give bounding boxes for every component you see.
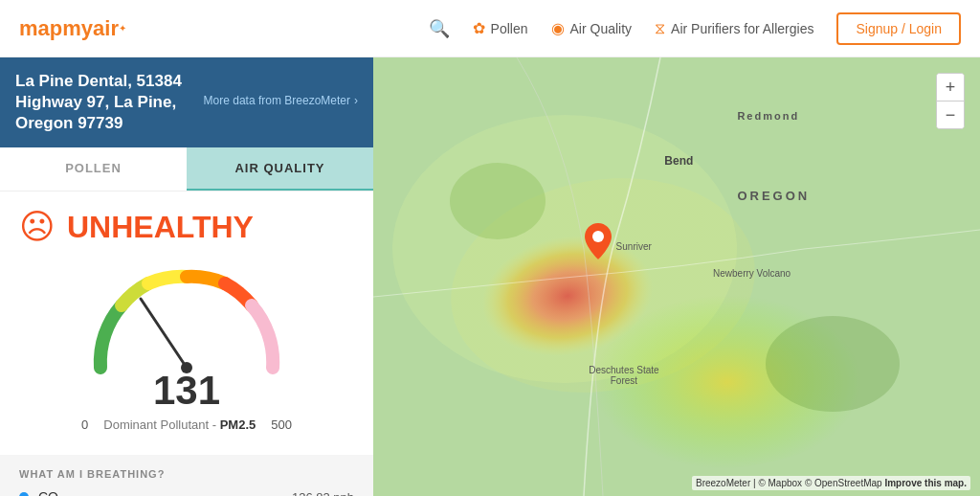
gauge-chart: [81, 262, 292, 377]
co-dot-icon: [19, 492, 29, 496]
zoom-in-button[interactable]: +: [937, 74, 964, 101]
breathing-section: WHAT AM I BREATHING? CO 136.83 ppb: [0, 455, 373, 496]
map-background: [373, 57, 980, 496]
aqi-status: ☹ UNHEALTHY: [19, 207, 354, 247]
breathing-item-value: 136.83 ppb: [292, 490, 354, 496]
nav-pollen-label: Pollen: [491, 21, 528, 36]
aqi-range: 0 Dominant Pollutant - PM2.5 500: [81, 417, 292, 432]
location-bar: La Pine Dental, 51384 Highway 97, La Pin…: [0, 57, 373, 147]
svg-line-0: [141, 299, 187, 368]
attribution-text: BreezoMeter | © Mapbox © OpenStreetMap: [696, 478, 882, 488]
zoom-out-button[interactable]: −: [937, 101, 964, 128]
aqi-max: 500: [271, 417, 292, 432]
gauge-container: 131 0 Dominant Pollutant - PM2.5 500: [19, 262, 354, 432]
main-nav: 🔍 ✿ Pollen ◉ Air Quality ⧖ Air Purifiers…: [429, 12, 961, 45]
dominant-pollutant-label: Dominant Pollutant - PM2.5: [103, 417, 256, 432]
location-pin: [585, 223, 612, 263]
pollen-icon: ✿: [473, 19, 485, 37]
tab-air-quality[interactable]: AIR QUALITY: [187, 147, 373, 191]
map-label-sunriver: Sunriver: [616, 241, 652, 252]
logo-text: mapmyair: [19, 16, 119, 41]
aqi-value: 131: [153, 368, 220, 414]
more-data-arrow: ›: [354, 94, 358, 107]
breathing-item-name: CO: [38, 489, 58, 496]
app-header: mapmyair ✦ 🔍 ✿ Pollen ◉ Air Quality ⧖ Ai…: [0, 0, 980, 57]
search-icon[interactable]: 🔍: [429, 18, 450, 39]
breathing-title: WHAT AM I BREATHING?: [19, 468, 354, 480]
map-attribution: BreezoMeter | © Mapbox © OpenStreetMap I…: [692, 476, 970, 490]
tab-pollen[interactable]: POLLEN: [0, 147, 187, 191]
map-label-deschutes: Deschutes State Forest: [586, 365, 662, 386]
nav-purifiers-label: Air Purifiers for Allergies: [671, 21, 813, 36]
aqi-section: ☹ UNHEALTHY: [0, 192, 373, 455]
pollutant-name: PM2.5: [220, 417, 256, 432]
zoom-controls: + −: [936, 73, 965, 129]
tabs-container: POLLEN AIR QUALITY: [0, 147, 373, 192]
nav-air-quality-label: Air Quality: [570, 21, 633, 36]
aqi-emoji-icon: ☹: [19, 207, 56, 247]
svg-point-8: [592, 231, 604, 242]
logo-star: ✦: [119, 23, 126, 34]
map-container[interactable]: Redmond Bend OREGON Sunriver Newberry Vo…: [373, 57, 980, 496]
signup-button[interactable]: Signup / Login: [836, 12, 961, 45]
left-panel: La Pine Dental, 51384 Highway 97, La Pin…: [0, 57, 373, 496]
nav-purifiers[interactable]: ⧖ Air Purifiers for Allergies: [655, 20, 813, 37]
map-label-redmond: Redmond: [737, 110, 799, 122]
map-label-bend: Bend: [664, 154, 693, 168]
nav-air-quality[interactable]: ◉ Air Quality: [551, 19, 633, 37]
svg-point-7: [766, 316, 900, 412]
purifiers-icon: ⧖: [655, 20, 665, 37]
more-data-link[interactable]: More data from BreezoMeter ›: [204, 94, 358, 107]
breathing-item: CO 136.83 ppb: [19, 489, 354, 496]
map-label-newberry: Newberry Volcano: [713, 268, 791, 279]
air-quality-icon: ◉: [551, 19, 565, 37]
logo[interactable]: mapmyair ✦: [19, 16, 126, 41]
nav-pollen[interactable]: ✿ Pollen: [473, 19, 528, 37]
aqi-min: 0: [81, 417, 88, 432]
pin-svg: [585, 223, 612, 259]
map-label-oregon: OREGON: [737, 189, 810, 203]
aqi-status-label: UNHEALTHY: [67, 210, 254, 245]
location-address: La Pine Dental, 51384 Highway 97, La Pin…: [15, 71, 204, 134]
improve-map-link[interactable]: Improve this map.: [884, 478, 967, 488]
svg-point-6: [450, 163, 546, 239]
main-content: La Pine Dental, 51384 Highway 97, La Pin…: [0, 57, 980, 496]
more-data-text: More data from BreezoMeter: [204, 94, 350, 107]
